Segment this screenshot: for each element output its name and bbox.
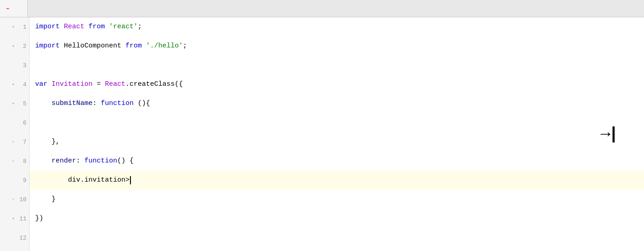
tab-close-button[interactable] [15,5,21,12]
token-react-name: React [64,17,84,37]
code-line: submitName: function (){ [35,94,644,113]
token-plain: : [93,94,101,113]
code-lines[interactable]: import React from 'react';import HelloCo… [30,17,644,251]
token-plain: = [93,75,105,94]
tab-bar [0,0,644,17]
line-number: 8 [18,158,26,165]
token-plain: div.invitation> [35,171,130,190]
token-plain: }) [35,209,43,228]
line-number-row: ▿8 [0,152,29,171]
line-number: 2 [18,43,26,50]
token-plain: : [76,152,84,171]
code-line: }) [35,209,644,228]
token-plain: .createClass({ [125,75,183,94]
fold-indicator [10,62,16,68]
line-number-gutter: ▾1▾23▾4▾56▿7▿89▿10▾1112 [0,17,30,251]
token-string-green: 'react' [109,17,138,37]
fold-indicator[interactable]: ▿ [10,139,16,145]
line-number: 5 [18,100,26,107]
token-kw: import [35,17,64,37]
code-line: div.invitation> [30,171,644,190]
fold-indicator [10,177,16,183]
token-plain: }, [35,132,60,152]
line-number-row: ▾2 [0,37,29,56]
jsx-badge [6,8,9,9]
line-number: 7 [18,139,26,146]
editor-container: ▾1▾23▾4▾56▿7▿89▿10▾1112 import React fro… [0,0,644,251]
token-plain: HelloComponent [64,37,121,56]
jsx-icon [6,8,9,9]
code-line: import React from 'react'; [35,17,644,37]
fold-indicator[interactable]: ▿ [10,196,16,203]
arrow-icon: →| [601,125,617,144]
editor-tab[interactable] [0,0,28,17]
line-number: 1 [18,24,26,31]
token-react-name: React [105,75,125,94]
token-func-kw: function [84,152,117,171]
token-kw: import [35,37,64,56]
token-method-name: render [35,152,76,171]
line-number: 9 [18,177,26,184]
fold-indicator [10,120,16,126]
line-number-row: 6 [0,113,29,132]
token-kw: var [35,75,52,94]
token-var-name: Invitation [52,75,93,94]
code-area: ▾1▾23▾4▾56▿7▿89▿10▾1112 import React fro… [0,17,644,251]
fold-indicator[interactable]: ▾ [10,24,16,30]
token-func-kw: function [101,94,138,113]
line-number-row: ▿7 [0,132,29,152]
code-line: }, [35,132,644,152]
token-plain: () { [117,152,134,171]
code-line: var Invitation = React.createClass({ [35,75,644,94]
line-number-row: ▾4 [0,75,29,94]
token-method-name: submitName [35,94,93,113]
fold-indicator [10,235,16,241]
token-plain: (){ [138,94,150,113]
code-line [35,56,644,75]
code-line [35,113,644,132]
code-line: import HelloComponent from './hello'; [35,37,644,56]
line-number-row: 12 [0,228,29,247]
line-number-row: ▾11 [0,209,29,228]
line-number: 12 [18,235,26,241]
completion-arrow-indicator: →| [601,125,617,144]
fold-indicator[interactable]: ▿ [10,158,16,164]
token-plain: } [35,190,56,209]
code-line: } [35,190,644,209]
fold-indicator[interactable]: ▾ [10,100,16,107]
line-number-row: ▿10 [0,190,29,209]
line-number: 11 [18,215,26,222]
line-number: 10 [18,196,26,203]
token-from-kw: from [84,17,109,37]
token-string-green: './hello' [146,37,183,56]
text-cursor [130,176,131,184]
code-line [35,228,644,247]
line-number-row: 3 [0,56,29,75]
fold-indicator[interactable]: ▾ [10,43,16,49]
fold-indicator[interactable]: ▾ [10,215,16,222]
line-number-row: 9 [0,171,29,190]
line-number-row: ▾5 [0,94,29,113]
token-plain: ; [138,17,142,37]
line-number: 4 [18,81,26,88]
token-plain: ; [183,37,187,56]
line-number-row: ▾1 [0,17,29,37]
line-number: 6 [18,120,26,126]
token-from-kw: from [121,37,146,56]
line-number: 3 [18,62,26,69]
code-line: render: function() { [35,152,644,171]
fold-indicator[interactable]: ▾ [10,81,16,88]
